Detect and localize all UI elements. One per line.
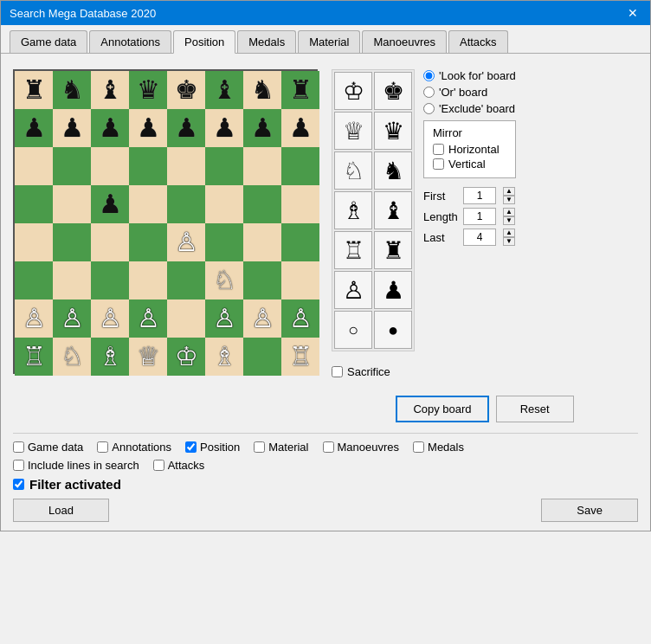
load-button[interactable]: Load <box>13 499 109 522</box>
cb-medals-input[interactable] <box>413 441 424 453</box>
cell-r2-c5[interactable] <box>205 147 243 185</box>
copy-board-button[interactable]: Copy board <box>396 396 488 422</box>
cb-attacks-input[interactable] <box>153 460 164 471</box>
cell-r6-c0[interactable]: ♙ <box>15 299 53 338</box>
cb-manoeuvres[interactable]: Manoeuvres <box>323 441 400 454</box>
cell-r2-c3[interactable] <box>129 147 167 185</box>
cell-r6-c7[interactable]: ♙ <box>281 299 319 338</box>
piece-empty-white[interactable]: ○ <box>334 311 372 349</box>
cell-r0-c6[interactable]: ♞ <box>243 71 281 109</box>
tab-medals[interactable]: Medals <box>237 30 296 53</box>
cell-r3-c3[interactable] <box>129 185 167 223</box>
cell-r3-c4[interactable] <box>167 185 205 223</box>
piece-empty-black[interactable]: ● <box>374 311 412 349</box>
cell-r3-c5[interactable] <box>205 185 243 223</box>
radio-or[interactable]: 'Or' board <box>423 86 516 99</box>
piece-white-king[interactable]: ♔ <box>334 72 372 110</box>
reset-button[interactable]: Reset <box>496 396 574 422</box>
radio-look-for[interactable]: 'Look for' board <box>423 69 516 82</box>
tab-material[interactable]: Material <box>298 30 360 53</box>
piece-black-bishop[interactable]: ♝ <box>374 191 412 229</box>
spinner-length-down[interactable]: ▼ <box>503 216 515 225</box>
cell-r5-c7[interactable] <box>281 261 319 299</box>
cell-r1-c4[interactable]: ♟ <box>167 109 205 147</box>
cell-r1-c6[interactable]: ♟ <box>243 109 281 147</box>
cell-r3-c0[interactable] <box>15 185 53 223</box>
piece-white-rook[interactable]: ♖ <box>334 231 372 269</box>
cell-r4-c6[interactable] <box>243 223 281 261</box>
radio-look-for-input[interactable] <box>423 70 435 81</box>
tab-attacks[interactable]: Attacks <box>448 30 508 53</box>
cell-r0-c7[interactable]: ♜ <box>281 71 319 109</box>
cb-material-input[interactable] <box>254 441 265 453</box>
cb-position[interactable]: Position <box>185 441 240 454</box>
cell-r6-c6[interactable]: ♙ <box>243 299 281 338</box>
spinner-last-input[interactable] <box>463 229 496 246</box>
filter-activated-checkbox[interactable] <box>13 479 24 490</box>
cell-r0-c5[interactable]: ♝ <box>205 71 243 109</box>
cell-r1-c1[interactable]: ♟ <box>53 109 91 147</box>
spinner-last-down[interactable]: ▼ <box>503 237 515 246</box>
cell-r0-c3[interactable]: ♛ <box>129 71 167 109</box>
cb-material[interactable]: Material <box>254 441 308 454</box>
cell-r4-c4[interactable]: ♙ <box>167 223 205 261</box>
cell-r4-c7[interactable] <box>281 223 319 261</box>
cell-r4-c5[interactable] <box>205 223 243 261</box>
cb-game-data-input[interactable] <box>13 441 24 453</box>
cell-r7-c6[interactable] <box>243 338 281 376</box>
cb-annotations-input[interactable] <box>97 441 108 453</box>
cell-r6-c5[interactable]: ♙ <box>205 299 243 338</box>
piece-white-bishop[interactable]: ♗ <box>334 191 372 229</box>
cell-r1-c0[interactable]: ♟ <box>15 109 53 147</box>
cell-r7-c0[interactable]: ♖ <box>15 338 53 376</box>
cb-annotations[interactable]: Annotations <box>97 441 171 454</box>
spinner-first-down[interactable]: ▼ <box>503 196 515 204</box>
cell-r7-c5[interactable]: ♗ <box>205 338 243 376</box>
cell-r4-c3[interactable] <box>129 223 167 261</box>
radio-exclude-input[interactable] <box>423 103 435 114</box>
piece-black-knight[interactable]: ♞ <box>374 151 412 190</box>
cell-r5-c1[interactable] <box>53 261 91 299</box>
cell-r3-c7[interactable] <box>281 185 319 223</box>
cell-r4-c2[interactable] <box>91 223 129 261</box>
close-button[interactable]: ✕ <box>624 6 641 20</box>
cell-r1-c7[interactable]: ♟ <box>281 109 319 147</box>
cb-include-lines-input[interactable] <box>13 460 24 471</box>
cell-r5-c2[interactable] <box>91 261 129 299</box>
cell-r1-c5[interactable]: ♟ <box>205 109 243 147</box>
cell-r5-c5[interactable]: ♘ <box>205 261 243 299</box>
cell-r0-c4[interactable]: ♚ <box>167 71 205 109</box>
spinner-length-input[interactable] <box>463 208 496 225</box>
cell-r2-c4[interactable] <box>167 147 205 185</box>
cell-r4-c0[interactable] <box>15 223 53 261</box>
tab-position[interactable]: Position <box>173 30 235 54</box>
sacrifice-checkbox[interactable] <box>332 366 343 377</box>
cell-r2-c7[interactable] <box>281 147 319 185</box>
save-button[interactable]: Save <box>541 499 638 522</box>
chess-board[interactable]: ♜♞♝♛♚♝♞♜♟♟♟♟♟♟♟♟♟♙♘♙♙♙♙♙♙♙♖♘♗♕♔♗♖ <box>13 69 318 374</box>
cell-r5-c0[interactable] <box>15 261 53 299</box>
cell-r7-c7[interactable]: ♖ <box>281 338 319 376</box>
spinner-last-up[interactable]: ▲ <box>503 229 515 237</box>
cell-r7-c4[interactable]: ♔ <box>167 338 205 376</box>
mirror-vertical-input[interactable] <box>433 158 444 170</box>
piece-black-queen[interactable]: ♛ <box>374 112 412 150</box>
cell-r2-c1[interactable] <box>53 147 91 185</box>
tab-manoeuvres[interactable]: Manoeuvres <box>362 30 447 53</box>
cell-r2-c2[interactable] <box>91 147 129 185</box>
cell-r3-c6[interactable] <box>243 185 281 223</box>
mirror-horizontal-input[interactable] <box>433 144 444 155</box>
radio-or-input[interactable] <box>423 87 435 98</box>
piece-black-king[interactable]: ♚ <box>374 72 412 110</box>
mirror-vertical[interactable]: Vertical <box>433 158 506 171</box>
cb-manoeuvres-input[interactable] <box>323 441 334 453</box>
cell-r4-c1[interactable] <box>53 223 91 261</box>
cb-attacks[interactable]: Attacks <box>153 459 205 472</box>
cell-r6-c4[interactable] <box>167 299 205 338</box>
cell-r0-c2[interactable]: ♝ <box>91 71 129 109</box>
spinner-length-up[interactable]: ▲ <box>503 208 515 216</box>
cell-r1-c3[interactable]: ♟ <box>129 109 167 147</box>
spinner-first-up[interactable]: ▲ <box>503 187 515 196</box>
cell-r2-c6[interactable] <box>243 147 281 185</box>
cell-r0-c0[interactable]: ♜ <box>15 71 53 109</box>
